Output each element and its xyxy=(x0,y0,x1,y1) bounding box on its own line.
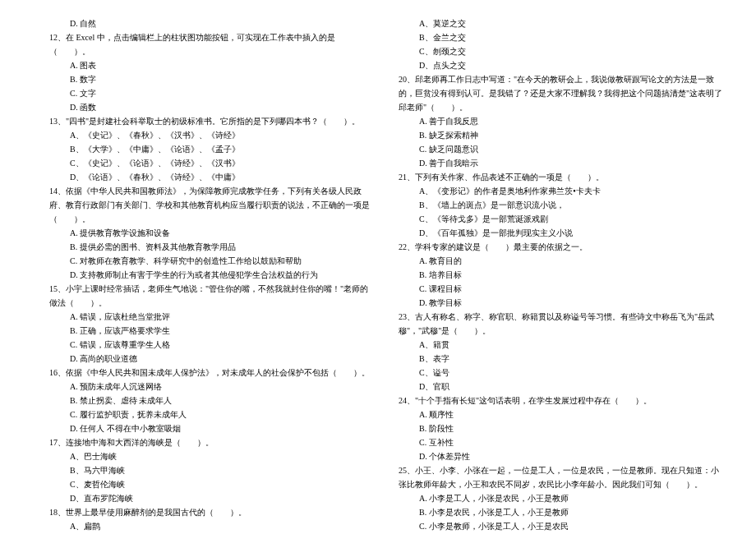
q14-option-b: B. 提供必需的图书、资料及其他教育教学用品 xyxy=(49,240,374,254)
q23-option-b: B、表字 xyxy=(399,352,723,366)
q19-option-d: D、点头之交 xyxy=(399,58,723,72)
q20-option-a: A. 善于自我反思 xyxy=(399,114,723,128)
q20-option-d: D. 善于自我暗示 xyxy=(399,156,723,170)
q23-option-a: A、籍贯 xyxy=(399,338,723,352)
q12-option-c: C. 文字 xyxy=(49,86,374,100)
q13-option-d: D、《论语》、《春秋》、《诗经》、《中庸》 xyxy=(49,170,374,184)
q19-option-a: A、莫逆之交 xyxy=(399,16,723,30)
q22-option-a: A. 教育目的 xyxy=(399,254,723,268)
q14-option-a: A. 提供教育教学设施和设备 xyxy=(49,226,374,240)
q22-option-b: B. 培养目标 xyxy=(399,268,723,282)
q21-option-d: D、《百年孤独》是一部批判现实主义小说 xyxy=(399,226,723,240)
q13-stem: 13、"四书"是封建社会科举取士的初级标准书。它所指的是下列哪四本书？（ ）。 xyxy=(49,114,374,128)
q21-option-b: B、《墙上的斑点》是一部意识流小说， xyxy=(399,198,723,212)
q16-stem: 16、依据《中华人民共和国未成年人保护法》，对未成年人的社会保护不包括（ ）。 xyxy=(49,366,374,380)
q22-option-d: D. 教学目标 xyxy=(399,296,723,310)
q19-option-b: B、金兰之交 xyxy=(399,30,723,44)
q24-option-a: A. 顺序性 xyxy=(399,407,723,421)
q25-option-b: B. 小李是农民，小张是工人，小王是教师 xyxy=(399,505,723,519)
q25-option-c: C. 小李是教师，小张是工人，小王是农民 xyxy=(399,519,723,533)
q15-option-a: A. 错误，应该杜绝当堂批评 xyxy=(49,310,374,324)
q21-option-a: A、《变形记》的作者是奥地利作家弗兰茨•卡夫卡 xyxy=(399,184,723,198)
q20-option-b: B. 缺乏探索精神 xyxy=(399,128,723,142)
q24-option-b: B. 阶段性 xyxy=(399,421,723,435)
left-column: D. 自然 12、在 Excel 中，点击编辑栏上的柱状图功能按钮，可实现在工作… xyxy=(49,16,374,534)
q25-option-a: A. 小李是工人，小张是农民，小王是教师 xyxy=(399,491,723,505)
q13-option-b: B、《大学》、《中庸》、《论语》、《孟子》 xyxy=(49,142,374,156)
q25-stem: 25、小王、小李、小张在一起，一位是工人，一位是农民，一位是教师。现在只知道：小… xyxy=(399,463,723,491)
q20-option-c: C. 缺乏问题意识 xyxy=(399,142,723,156)
q13-option-a: A、《史记》、《春秋》、《汉书》、《诗经》 xyxy=(49,128,374,142)
q18-stem: 18、世界上最早使用麻醉剂的是我国古代的（ ）。 xyxy=(49,505,374,519)
q24-option-d: D. 个体差异性 xyxy=(399,449,723,463)
q17-option-b: B、马六甲海峡 xyxy=(49,463,374,477)
q17-stem: 17、连接地中海和大西洋的海峡是（ ）。 xyxy=(49,435,374,449)
q21-option-c: C、《等待戈多》是一部荒诞派戏剧 xyxy=(399,212,723,226)
q17-option-d: D、直布罗陀海峡 xyxy=(49,491,374,505)
q21-stem: 21、下列有关作家、作品表述不正确的一项是（ ）。 xyxy=(399,170,723,184)
q17-option-c: C、麦哲伦海峡 xyxy=(49,477,374,491)
q12-option-b: B. 数字 xyxy=(49,72,374,86)
q20-stem: 20、邱老师再工作日志中写道："在今天的教研会上，我说做教研跟写论文的方法是一致… xyxy=(399,72,723,114)
q23-stem: 23、古人有称名、称字、称官职、称籍贯以及称谥号等习惯。有些诗文中称岳飞为"岳武… xyxy=(399,310,723,338)
q16-option-a: A. 预防未成年人沉迷网络 xyxy=(49,380,374,394)
right-column: A、莫逆之交 B、金兰之交 C、刎颈之交 D、点头之交 20、邱老师再工作日志中… xyxy=(399,16,723,534)
q17-option-a: A、巴士海峡 xyxy=(49,449,374,463)
q22-option-c: C. 课程目标 xyxy=(399,282,723,296)
q15-stem: 15、小宇上课时经常插话，老师生气地说："管住你的嘴，不然我就封住你的嘴！"老师… xyxy=(49,282,374,310)
q19-option-c: C、刎颈之交 xyxy=(399,44,723,58)
q12-option-a: A. 图表 xyxy=(49,58,374,72)
q16-option-c: C. 履行监护职责，抚养未成年人 xyxy=(49,407,374,421)
q23-option-c: C、谥号 xyxy=(399,366,723,380)
q14-option-d: D. 支持教师制止有害于学生的行为或者其他侵犯学生合法权益的行为 xyxy=(49,268,374,282)
q16-option-d: D. 任何人 不得在中小教室吸烟 xyxy=(49,421,374,435)
q12-option-d: D. 函数 xyxy=(49,100,374,114)
q18-option-a: A、扁鹊 xyxy=(49,519,374,533)
q24-option-c: C. 互补性 xyxy=(399,435,723,449)
q15-option-d: D. 高尚的职业道德 xyxy=(49,352,374,366)
q22-stem: 22、学科专家的建议是（ ）最主要的依据之一。 xyxy=(399,240,723,254)
q23-option-d: D、官职 xyxy=(399,380,723,394)
q15-option-b: B. 正确，应该严格要求学生 xyxy=(49,324,374,338)
q15-option-c: C. 错误，应该尊重学生人格 xyxy=(49,338,374,352)
q16-option-b: B. 禁止拐卖、虐待 未成年人 xyxy=(49,394,374,407)
q13-option-c: C、《史记》、《论语》、《诗经》、《汉书》 xyxy=(49,156,374,170)
q11-option-d: D. 自然 xyxy=(49,16,374,30)
q14-stem: 14、依据《中华人民共和国教师法》，为保障教师完成教学任务，下列有关各级人民政府… xyxy=(49,184,374,226)
q12-stem: 12、在 Excel 中，点击编辑栏上的柱状图功能按钮，可实现在工作表中插入的是… xyxy=(49,30,374,58)
q24-stem: 24、"十个手指有长短"这句话表明，在学生发展过程中存在（ ）。 xyxy=(399,394,723,407)
q14-option-c: C. 对教师在教育教学、科学研究中的创造性工作给以鼓励和帮助 xyxy=(49,254,374,268)
